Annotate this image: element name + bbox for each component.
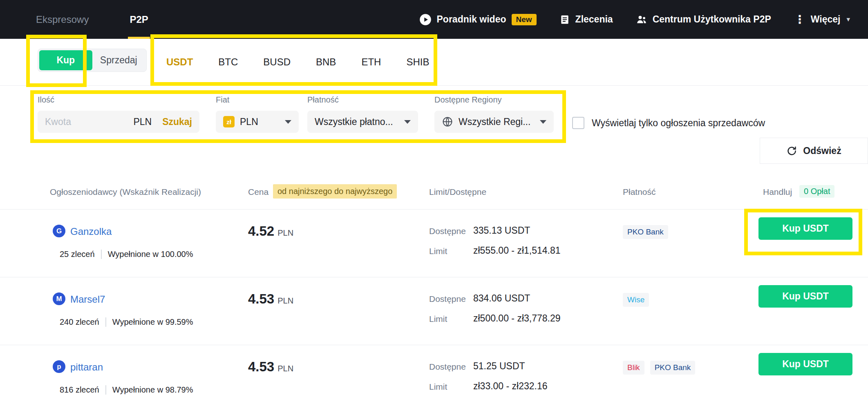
tab-btc[interactable]: BTC [218, 39, 238, 85]
orders-count: 240 zleceń [60, 317, 99, 327]
limit-value: zł555.00 - zł1,514.81 [473, 245, 561, 256]
payment-value: Wszystkie płatno... [315, 116, 393, 127]
price-currency: PLN [277, 364, 293, 373]
fiat-select[interactable]: zł PLN [216, 111, 299, 133]
tab-usdt-label: USDT [166, 56, 193, 68]
payment-methods: Blik PKO Bank [623, 361, 695, 375]
payment-select[interactable]: Wszystkie płatno... [307, 111, 418, 133]
amount-input[interactable] [45, 116, 106, 127]
avatar[interactable]: G [53, 225, 65, 237]
tab-bnb[interactable]: BNB [316, 39, 336, 85]
advertiser-stats: 816 zleceń Wypełnione w 98.79% [60, 385, 193, 395]
orders-count: 816 zleceń [60, 385, 99, 395]
price-value: 4.52 [248, 223, 274, 239]
buy-usdt-button[interactable]: Kup USDT [758, 217, 852, 240]
orders-link[interactable]: Zlecenia [559, 14, 613, 25]
tab-shib[interactable]: SHIB [406, 39, 429, 85]
buy-usdt-button[interactable]: Kup USDT [758, 285, 852, 308]
available-value: 51.25 USDT [473, 361, 525, 372]
completion-rate: Wypełnione w 100.00% [101, 250, 193, 259]
available-value: 834.06 USDT [473, 293, 530, 304]
chevron-down-icon: ▾ [846, 15, 850, 24]
payment-label: Płatność [307, 95, 339, 105]
buy-usdt-button[interactable]: Kup USDT [758, 353, 852, 375]
offer-price: 4.52 PLN [248, 223, 293, 239]
zloty-currency-icon: zł [223, 116, 235, 127]
sell-toggle-button[interactable]: Sprzedaj [92, 50, 145, 70]
advertiser-stats: 240 zleceń Wypełnione w 99.59% [60, 317, 193, 327]
more-label: Więcej [811, 14, 841, 25]
sellers-only-checkbox[interactable] [572, 117, 584, 129]
video-guide-link[interactable]: Poradnik wideo New [419, 13, 537, 26]
limit-value: zł500.00 - zł3,778.29 [473, 313, 561, 324]
tab-eth[interactable]: ETH [361, 39, 381, 85]
offer-row: p pittaran 816 zleceń Wypełnione w 98.79… [0, 345, 868, 404]
payment-method-badge: PKO Bank [623, 225, 668, 239]
top-navbar: Ekspresowy P2P Poradnik wideo New Zlecen… [0, 0, 868, 39]
price-currency: PLN [277, 296, 293, 306]
limit-label: Limit [429, 314, 447, 324]
available-value: 335.13 USDT [473, 225, 530, 236]
fiat-value: PLN [240, 116, 258, 127]
tab-usdt[interactable]: USDT [166, 39, 193, 85]
completion-rate: Wypełnione w 98.79% [105, 385, 193, 395]
header-price: Cena [248, 187, 268, 197]
video-guide-label: Poradnik wideo [437, 14, 506, 25]
search-button[interactable]: Szukaj [162, 116, 192, 127]
advertiser-stats: 25 zleceń Wypełnione w 100.00% [60, 250, 193, 259]
refresh-icon [786, 145, 797, 156]
offer-row: M Marsel7 240 zleceń Wypełnione w 99.59%… [0, 277, 868, 345]
offer-price: 4.53 PLN [248, 291, 293, 307]
user-center-link[interactable]: Centrum Użytkownika P2P [636, 14, 771, 25]
offer-price: 4.53 PLN [248, 359, 293, 375]
regions-select[interactable]: Wszystkie Regi... [434, 111, 554, 133]
regions-label: Dostępne Regiony [434, 95, 502, 105]
chevron-down-icon [404, 120, 411, 124]
crypto-tabs: USDT BTC BUSD BNB ETH SHIB [166, 39, 429, 85]
buy-toggle-button[interactable]: Kup [39, 50, 92, 70]
available-label: Dostępne [429, 294, 466, 304]
zero-fee-badge: 0 Opłat [799, 185, 834, 198]
tab-busd[interactable]: BUSD [263, 39, 291, 85]
play-icon [419, 13, 432, 26]
payment-methods: PKO Bank [623, 225, 668, 239]
header-advertisers: Ogłoszeniodawcy (Wskaźnik Realizacji) [50, 187, 201, 197]
tab-express[interactable]: Ekspresowy [36, 0, 89, 39]
more-menu[interactable]: ⋮ Więcej ▾ [794, 14, 850, 25]
vertical-ellipsis-icon: ⋮ [794, 14, 805, 25]
tab-p2p-label: P2P [130, 14, 148, 25]
offer-row: G Ganzolka 25 zleceń Wypełnione w 100.00… [0, 209, 868, 277]
advertiser-name-link[interactable]: pittaran [70, 361, 103, 373]
payment-methods: Wise [623, 293, 649, 307]
limit-value: zł33.00 - zł232.16 [473, 381, 548, 392]
sellers-only-filter: Wyświetlaj tylko ogłoszenia sprzedawców [572, 117, 765, 129]
new-badge: New [512, 14, 537, 25]
completion-rate: Wypełnione w 99.59% [105, 317, 193, 327]
available-label: Dostępne [429, 226, 466, 236]
header-payment: Płatność [623, 187, 656, 197]
limit-label: Limit [429, 382, 447, 392]
chevron-down-icon [540, 120, 546, 124]
limit-label: Limit [429, 246, 447, 256]
buy-sell-toggle: Kup Sprzedaj [38, 49, 147, 72]
payment-method-badge: Wise [623, 293, 649, 307]
refresh-label: Odśwież [803, 145, 841, 156]
advertiser-name-link[interactable]: Ganzolka [70, 225, 112, 238]
amount-currency: PLN [133, 116, 152, 127]
available-label: Dostępne [429, 362, 466, 372]
amount-label: Ilość [38, 95, 54, 105]
regions-value: Wszystkie Regi... [459, 116, 530, 127]
avatar[interactable]: p [53, 360, 65, 373]
price-value: 4.53 [248, 359, 274, 375]
advertiser-name-link[interactable]: Marsel7 [70, 293, 105, 306]
refresh-button[interactable]: Odśwież [760, 138, 868, 164]
price-sort-badge[interactable]: od najniższego do najwyższego [273, 184, 397, 199]
payment-method-badge: PKO Bank [650, 361, 696, 375]
document-icon [559, 14, 570, 25]
amount-filter: PLN Szukaj [38, 111, 199, 133]
filters-bar: Ilość Fiat Płatność Dostępne Regiony PLN… [0, 86, 868, 143]
user-group-icon [636, 14, 647, 25]
avatar[interactable]: M [53, 292, 65, 305]
tab-p2p[interactable]: P2P [130, 0, 148, 39]
payment-method-badge: Blik [623, 361, 644, 375]
